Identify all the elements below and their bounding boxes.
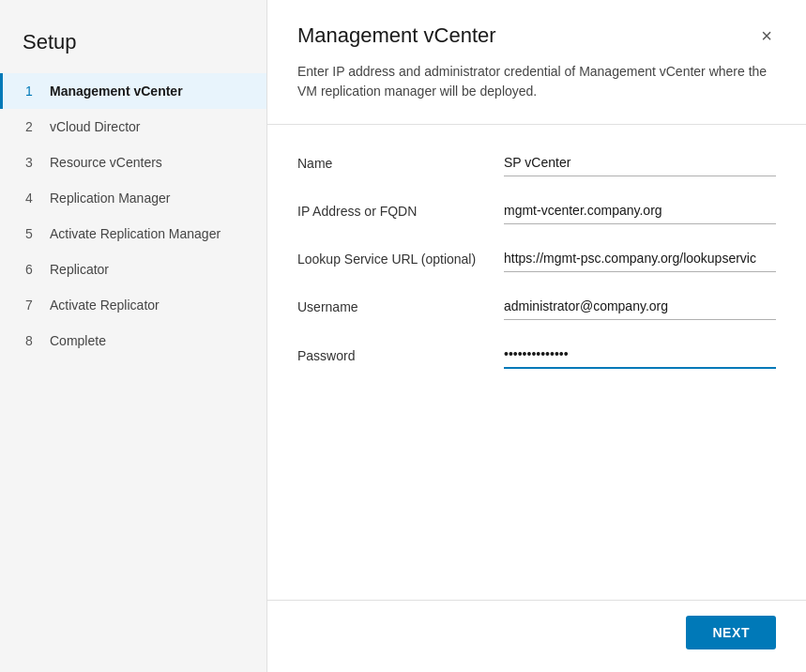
form-label-4: Password — [297, 348, 504, 369]
form-field-0 — [504, 151, 776, 176]
form-label-2: Lookup Service URL (optional) — [297, 252, 504, 272]
sidebar-item-7[interactable]: 8Complete — [0, 323, 266, 359]
main-header: Management vCenter × — [267, 0, 806, 49]
sidebar-item-3[interactable]: 4Replication Manager — [0, 180, 266, 216]
form-input-4[interactable] — [504, 343, 776, 369]
footer: NEXT — [267, 600, 806, 672]
form-input-1[interactable] — [504, 199, 776, 224]
form-fields: NameIP Address or FQDNLookup Service URL… — [297, 151, 776, 369]
step-label-4: Activate Replication Manager — [50, 226, 221, 241]
form-label-1: IP Address or FQDN — [297, 204, 504, 224]
step-label-7: Complete — [50, 333, 106, 348]
form-field-2 — [504, 247, 776, 272]
step-num-3: 4 — [25, 191, 40, 206]
form-input-0[interactable] — [504, 151, 776, 176]
form-row-1: IP Address or FQDN — [297, 199, 776, 224]
main-title: Management vCenter — [297, 23, 496, 48]
form-row-4: Password — [297, 343, 776, 369]
setup-dialog: Setup 1Management vCenter2vCloud Directo… — [0, 0, 806, 672]
form-label-0: Name — [297, 156, 504, 176]
step-label-1: vCloud Director — [50, 119, 140, 134]
main-description: Enter IP address and administrator crede… — [267, 49, 806, 124]
step-num-1: 2 — [25, 119, 40, 134]
form-field-3 — [504, 295, 776, 320]
main-panel: Management vCenter × Enter IP address an… — [267, 0, 806, 672]
step-num-4: 5 — [25, 226, 40, 241]
step-num-5: 6 — [25, 262, 40, 277]
form-input-2[interactable] — [504, 247, 776, 272]
form-row-0: Name — [297, 151, 776, 176]
step-label-2: Resource vCenters — [50, 155, 162, 170]
sidebar-item-6[interactable]: 7Activate Replicator — [0, 287, 266, 323]
sidebar-nav: 1Management vCenter2vCloud Director3Reso… — [0, 73, 266, 359]
step-label-6: Activate Replicator — [50, 298, 160, 313]
form-row-3: Username — [297, 295, 776, 320]
step-label-5: Replicator — [50, 262, 109, 277]
sidebar-item-4[interactable]: 5Activate Replication Manager — [0, 216, 266, 252]
form-input-3[interactable] — [504, 295, 776, 320]
step-num-2: 3 — [25, 155, 40, 170]
sidebar-item-5[interactable]: 6Replicator — [0, 252, 266, 287]
step-label-3: Replication Manager — [50, 191, 170, 206]
step-num-0: 1 — [25, 84, 40, 99]
step-num-7: 8 — [25, 333, 40, 348]
sidebar-title: Setup — [0, 19, 266, 73]
form-row-2: Lookup Service URL (optional) — [297, 247, 776, 272]
sidebar-item-1[interactable]: 2vCloud Director — [0, 109, 266, 145]
step-num-6: 7 — [25, 298, 40, 313]
next-button[interactable]: NEXT — [686, 616, 776, 649]
sidebar-item-0[interactable]: 1Management vCenter — [0, 73, 266, 109]
form-field-1 — [504, 199, 776, 224]
close-button[interactable]: × — [757, 23, 776, 49]
sidebar: Setup 1Management vCenter2vCloud Directo… — [0, 0, 267, 672]
sidebar-item-2[interactable]: 3Resource vCenters — [0, 145, 266, 180]
step-label-0: Management vCenter — [50, 84, 183, 99]
form-field-4 — [504, 343, 776, 369]
form-area: NameIP Address or FQDNLookup Service URL… — [267, 125, 806, 600]
form-label-3: Username — [297, 299, 504, 320]
